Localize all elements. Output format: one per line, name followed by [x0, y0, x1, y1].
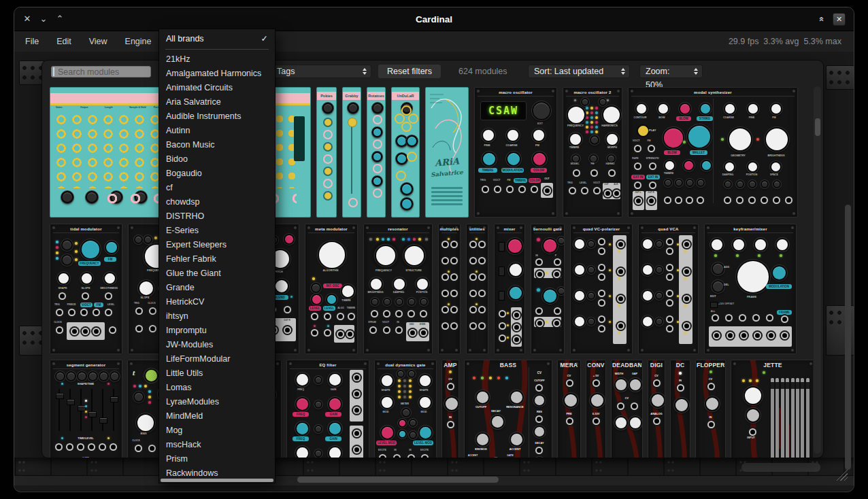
knob	[510, 390, 524, 405]
brand-menu-item[interactable]: ihtsyn	[159, 309, 275, 324]
zoom-select[interactable]: Zoom: 50%	[639, 65, 703, 78]
knob	[567, 105, 586, 124]
brand-menu-item[interactable]: Bacon Music	[159, 138, 275, 152]
ring	[373, 164, 382, 173]
shade-icon[interactable]: ⌄	[39, 14, 48, 24]
module-card[interactable]: bernoulli gateINP	[531, 224, 565, 354]
brand-menu-item[interactable]: mscHack	[159, 438, 275, 452]
brand-menu-item[interactable]: Audible Instruments	[159, 109, 275, 124]
module-card[interactable]: quad VCA	[638, 224, 699, 354]
sort-select[interactable]: Sort: Last updated	[528, 65, 630, 78]
module-card[interactable]: BASSCUTOFFRESONANCEDECAYENVMODACCENTACCE…	[464, 360, 552, 458]
module-card[interactable]: UnDuLaR	[391, 87, 420, 218]
brand-menu-item[interactable]: Expert Sleepers	[159, 238, 275, 252]
search-input[interactable]	[51, 66, 151, 78]
module-card[interactable]: resonatorFREQUENCYSTRUCTUREBRIGHTNESSDAM…	[363, 224, 433, 354]
browser-scrollbar-track[interactable]	[814, 86, 821, 453]
brand-menu-item[interactable]: chowdsp	[159, 195, 275, 209]
module-card[interactable]: MERACVPRE	[557, 360, 581, 458]
module-card[interactable]: Rotatoes	[367, 87, 386, 218]
module-card[interactable]: DCIN	[670, 360, 690, 458]
module-card[interactable]: macro oscillator 2FREQUENCYHARMONICSTIMB…	[563, 87, 622, 218]
knob	[683, 160, 695, 171]
knob	[770, 161, 782, 173]
brand-menu-item[interactable]: JW-Modules	[159, 338, 275, 352]
brand-menu-item[interactable]: Little Utils	[159, 366, 275, 381]
tags-select[interactable]: Tags	[271, 65, 371, 78]
brand-menu-item[interactable]: DISTRHO	[159, 209, 275, 224]
brand-menu-item[interactable]: LyraeModules	[159, 395, 275, 409]
brand-dropdown-items: 21kHzAmalgamated HarmonicsAnimated Circu…	[159, 52, 275, 481]
screw	[293, 348, 297, 352]
selected-brand-label: All brands	[166, 34, 204, 44]
brand-menu-item[interactable]: Bidoo	[159, 152, 275, 167]
module-card[interactable]: macro oscillatorCSAWEXTFINECOARSEFMTIMBR…	[474, 87, 557, 218]
background-scrollbar[interactable]	[741, 463, 820, 472]
module-card[interactable]: multiples	[438, 224, 461, 354]
title-rule	[478, 96, 554, 97]
micro-label: CV	[442, 377, 458, 382]
module-card[interactable]: Grabby	[342, 87, 361, 218]
brand-menu-item[interactable]: Fehler Fabrik	[159, 252, 275, 266]
module-card[interactable]: DEADBANDWIDTHGAPCV	[611, 360, 643, 458]
module-card[interactable]: segment generatorSHAPE/TIMETIME/LEVELGAT…	[50, 360, 122, 458]
screw	[293, 226, 297, 230]
menu-file[interactable]: File	[25, 37, 39, 46]
menu-scroll-indicator[interactable]	[161, 479, 273, 482]
brand-menu-item[interactable]: Glue the Giant	[159, 266, 275, 281]
module-title: modal synthesizer	[629, 89, 797, 96]
led	[409, 379, 412, 382]
module-card[interactable]: dual dynamics gateSHAPESHAPEMETERMODMODL…	[374, 360, 437, 458]
jack	[581, 187, 588, 194]
jack	[666, 325, 673, 332]
browser-scrollbar-handle[interactable]	[815, 118, 820, 136]
horizontal-scrollbar-handle[interactable]	[297, 477, 499, 483]
brand-menu-item[interactable]: LifeFormModular	[159, 352, 275, 366]
brand-menu-item[interactable]: HetrickCV	[159, 295, 275, 309]
brand-menu-item[interactable]: cf	[159, 181, 275, 195]
rack-vertical-scrollbar[interactable]	[845, 205, 851, 470]
brand-menu-item[interactable]: Grande	[159, 281, 275, 295]
jack	[513, 311, 520, 319]
module-card[interactable]: FLOPPERCVIN	[695, 360, 726, 458]
jack	[634, 182, 641, 189]
brand-menu-item[interactable]: Impromptu	[159, 324, 275, 338]
brand-menu-item[interactable]: 21kHz	[159, 52, 275, 67]
brand-menu-item[interactable]: MindMeld	[159, 409, 275, 424]
module-card[interactable]: tidal modulatorFREQUENCYFMSHAPESLOPESMOO…	[50, 224, 122, 354]
menu-edit[interactable]: Edit	[56, 37, 71, 46]
brand-menu-item[interactable]: E-Series	[159, 224, 275, 238]
brand-menu-item[interactable]: Amalgamated Harmonics	[159, 67, 275, 81]
module-card[interactable]: keyframer/mixerADDDELEDITFRAMEMODULATION…	[704, 224, 797, 354]
unshade-icon[interactable]: ⌃	[55, 14, 65, 24]
module-card[interactable]: mixer	[494, 224, 525, 354]
micro-label: FREQUENCY	[371, 269, 397, 274]
brand-menu-item[interactable]: Prism	[159, 452, 275, 466]
brand-menu-item[interactable]: Bogaudio	[159, 167, 275, 181]
reset-filters-button[interactable]: Reset filters	[378, 65, 441, 78]
brand-menu-item[interactable]: Aria Salvatrice	[159, 95, 275, 109]
close-icon[interactable]: ✕	[22, 14, 32, 24]
module-card[interactable]: modal synthesizerCONTOURBOWBLOWSTRIKEPLA…	[628, 87, 798, 218]
menu-view[interactable]: View	[89, 37, 107, 46]
module-card[interactable]: Pokies	[316, 87, 337, 218]
menu-engine[interactable]: Engine	[125, 37, 152, 46]
led	[684, 305, 686, 307]
module-card[interactable]: EQ filterFREQGAINFREQGAINFREQGAINFREQGAI…	[286, 360, 369, 458]
module-card[interactable]: CONV+ 5V0-10V	[586, 360, 606, 458]
module-card[interactable]: DIGICVANALOG	[648, 360, 665, 458]
module-card[interactable]: JETTEINPUT	[731, 360, 813, 458]
brand-menu-item[interactable]: Mog	[159, 424, 275, 438]
module-card[interactable]: ARiASalvatrice	[425, 87, 469, 218]
brand-menu-item[interactable]: Lomas	[159, 381, 275, 395]
module-card[interactable]: AMPCVIN	[441, 360, 459, 458]
module-card[interactable]: quad VC-polarizer	[570, 224, 633, 354]
brand-menu-item[interactable]: Animated Circuits	[159, 81, 275, 95]
brand-menu-item[interactable]: Autinn	[159, 124, 275, 138]
app-icon[interactable]: ✕	[833, 13, 846, 26]
module-card[interactable]: utilities	[466, 224, 488, 354]
collapse-icon[interactable]: »	[816, 14, 826, 24]
module-card[interactable]: meta modulatorALGORITHMINT. OSCTIMBRELEV…	[305, 224, 358, 354]
led	[61, 383, 63, 385]
brand-menu-selected[interactable]: All brands ✓	[159, 31, 275, 46]
